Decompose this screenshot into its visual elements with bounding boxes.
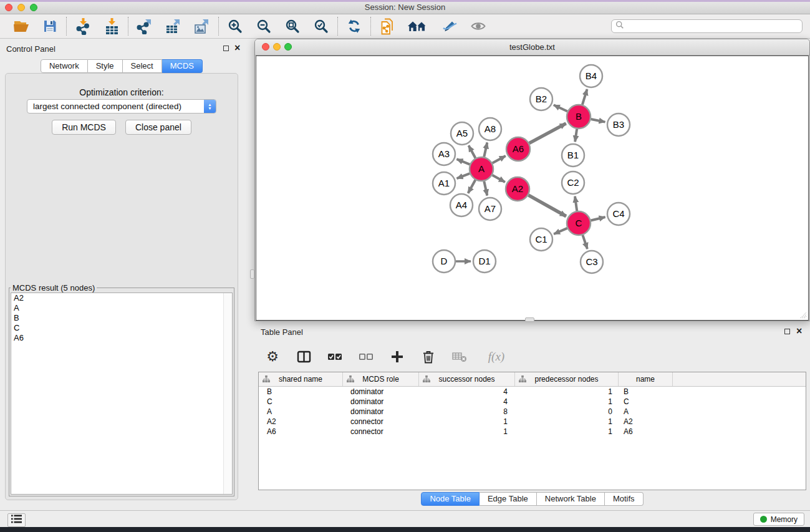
node-table[interactable]: shared nameMCDS rolesuccessor nodesprede…: [258, 372, 806, 490]
table-row[interactable]: Cdominator41C: [259, 397, 806, 407]
tab-mcds[interactable]: MCDS: [162, 59, 203, 73]
task-history-button[interactable]: [7, 513, 26, 527]
zoom-fit-icon[interactable]: [283, 17, 302, 36]
tab-edge-table[interactable]: Edge Table: [480, 492, 537, 506]
mcds-result-item[interactable]: A6: [11, 333, 232, 343]
table-cell[interactable]: 1: [419, 417, 515, 426]
graph-edge-C-C2[interactable]: [575, 196, 577, 211]
table-cell[interactable]: A6: [619, 427, 673, 436]
tab-style[interactable]: Style: [88, 59, 123, 73]
export-image-icon[interactable]: [193, 17, 211, 36]
table-cell[interactable]: A: [259, 407, 343, 416]
function-builder-icon[interactable]: f(x): [483, 349, 510, 365]
close-panel-button[interactable]: Close panel: [125, 120, 191, 135]
table-cell[interactable]: 1: [515, 417, 619, 426]
column-header-name[interactable]: name: [619, 372, 673, 386]
table-cell[interactable]: B: [259, 387, 343, 396]
table-cell[interactable]: 1: [419, 427, 515, 436]
zoom-selected-icon[interactable]: [312, 17, 330, 36]
search-field[interactable]: [611, 19, 803, 33]
column-header-successor-nodes[interactable]: successor nodes: [419, 372, 515, 386]
select-all-icon[interactable]: [327, 349, 343, 365]
table-cell[interactable]: connector: [343, 417, 419, 426]
network-window-titlebar[interactable]: testGlobe.txt: [255, 39, 809, 56]
splitter-handle-left[interactable]: [250, 269, 254, 279]
tab-select[interactable]: Select: [123, 59, 162, 73]
graph-edge-B-B3[interactable]: [591, 119, 605, 122]
show-hide-panels-eye-icon[interactable]: [469, 17, 488, 36]
network-canvas[interactable]: B4B2BB3A5A8A6B1A3AC2A1A2A4A7C4CC1C3DD1: [256, 56, 809, 321]
column-header-MCDS-role[interactable]: MCDS role: [343, 372, 419, 386]
export-table-icon[interactable]: [164, 17, 183, 36]
table-row[interactable]: Bdominator41B: [259, 387, 806, 397]
graph-edge-A-A6[interactable]: [493, 156, 506, 163]
annotations-icon[interactable]: [440, 17, 459, 36]
table-cell[interactable]: 4: [419, 397, 515, 406]
home-icon[interactable]: [407, 17, 430, 36]
table-cell[interactable]: 0: [515, 407, 619, 416]
run-mcds-button[interactable]: Run MCDS: [52, 120, 116, 135]
table-cell[interactable]: 1: [515, 397, 619, 406]
graph-edge-C-C1[interactable]: [554, 228, 567, 234]
graph-edge-A-A5[interactable]: [469, 145, 476, 158]
zoom-in-icon[interactable]: [226, 17, 244, 36]
table-row[interactable]: A6connector11A6: [259, 427, 806, 437]
delete-row-trash-icon[interactable]: [420, 349, 436, 365]
import-table-icon[interactable]: [102, 17, 121, 36]
open-session-icon[interactable]: [12, 17, 31, 36]
table-settings-gear-icon[interactable]: ⚙: [264, 349, 281, 365]
split-view-icon[interactable]: [296, 349, 312, 365]
control-panel-close-icon[interactable]: ×: [234, 45, 240, 51]
table-cell[interactable]: 8: [419, 407, 515, 416]
network-from-file-icon[interactable]: [378, 17, 397, 36]
table-cell[interactable]: C: [619, 397, 673, 406]
zoom-out-icon[interactable]: [254, 17, 273, 36]
mcds-result-item[interactable]: B: [11, 313, 232, 323]
table-panel-close-icon[interactable]: ×: [796, 328, 802, 334]
refresh-icon[interactable]: [345, 17, 364, 36]
mcds-result-item[interactable]: A2: [11, 293, 232, 303]
graph-edge-A-A4[interactable]: [468, 180, 476, 193]
table-cell[interactable]: dominator: [343, 397, 419, 406]
graph-edge-A-A2[interactable]: [493, 175, 505, 182]
column-header-shared-name[interactable]: shared name: [259, 372, 343, 386]
mcds-result-item[interactable]: C: [11, 323, 232, 333]
add-row-icon[interactable]: [389, 349, 405, 365]
control-panel-float-button[interactable]: [223, 46, 229, 51]
export-network-icon[interactable]: [135, 17, 154, 36]
table-cell[interactable]: A: [619, 407, 673, 416]
table-cell[interactable]: 1: [515, 387, 619, 396]
graph-edge-A2-C[interactable]: [528, 195, 566, 216]
import-network-icon[interactable]: [74, 17, 92, 36]
graph-edge-A-A1[interactable]: [457, 173, 470, 178]
mcds-result-scrollbar[interactable]: [223, 293, 232, 494]
table-cell[interactable]: C: [259, 397, 343, 406]
deselect-all-icon[interactable]: [358, 349, 374, 365]
table-cell[interactable]: connector: [343, 427, 419, 436]
graph-edge-A6-B[interactable]: [529, 123, 566, 143]
table-cell[interactable]: 4: [419, 387, 515, 396]
table-cell[interactable]: dominator: [343, 407, 419, 416]
save-session-icon[interactable]: [41, 17, 59, 36]
search-input[interactable]: [627, 21, 798, 31]
delete-table-icon[interactable]: [451, 349, 468, 365]
table-cell[interactable]: 1: [515, 427, 619, 436]
mcds-result-list[interactable]: A2ABCA6: [11, 293, 233, 495]
table-cell[interactable]: dominator: [343, 387, 419, 396]
tab-motifs[interactable]: Motifs: [605, 492, 644, 506]
splitter-handle-bottom[interactable]: [525, 317, 534, 322]
tab-network[interactable]: Network: [41, 59, 88, 73]
table-cell[interactable]: A2: [259, 417, 343, 426]
table-cell[interactable]: A6: [259, 427, 343, 436]
graph-edge-A-A7[interactable]: [484, 181, 487, 196]
graph-edge-A-A8[interactable]: [484, 142, 487, 157]
table-panel-float-button[interactable]: [784, 329, 790, 334]
graph-edge-B-B1[interactable]: [575, 129, 577, 142]
table-row[interactable]: A2connector11A2: [259, 417, 806, 427]
table-row[interactable]: Adominator80A: [259, 407, 806, 417]
tab-network-table[interactable]: Network Table: [537, 492, 605, 506]
graph-edge-A-A3[interactable]: [456, 159, 470, 164]
optimization-criterion-dropdown[interactable]: largest connected component (directed) ▲…: [27, 99, 216, 114]
graph-edge-B-B2[interactable]: [554, 105, 567, 111]
graph-edge-C-C4[interactable]: [591, 217, 605, 220]
